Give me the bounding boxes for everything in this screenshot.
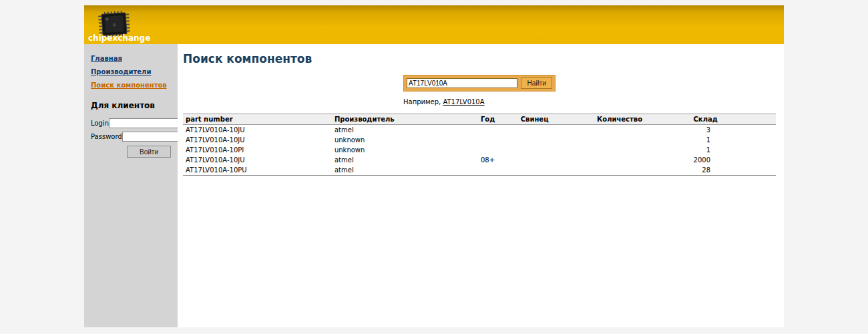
clients-heading: Для клиентов	[91, 101, 172, 110]
password-row: Password	[91, 132, 172, 142]
cell-manufacturer: atmel	[332, 155, 478, 165]
site-container: ⊕ chipexchange Главная Производители Пои…	[84, 5, 784, 327]
cell-manufacturer: atmel	[332, 125, 478, 136]
password-label: Password	[91, 133, 122, 140]
table-row: AT17LV010A-10JU unknown 1	[183, 135, 776, 145]
col-quantity: Количество	[594, 114, 690, 125]
table-row: AT17LV010A-10JU atmel 08+ 2000	[183, 155, 776, 165]
svg-text:⊕: ⊕	[112, 22, 116, 27]
cell-part-number: AT17LV010A-10JU	[183, 125, 332, 136]
login-label: Login	[91, 120, 109, 127]
cell-year	[478, 135, 518, 145]
col-manufacturer: Производитель	[332, 114, 478, 125]
sidebar-link-manufacturers[interactable]: Производители	[91, 68, 172, 75]
body-row: Главная Производители Поиск компонентов …	[84, 44, 784, 327]
cell-manufacturer: atmel	[332, 165, 478, 176]
table-row: AT17LV010A-10PI unknown 1	[183, 145, 776, 155]
cell-part-number: AT17LV010A-10PU	[183, 165, 332, 176]
cell-stock: 1	[691, 145, 776, 155]
table-row: AT17LV010A-10PU atmel 28	[183, 165, 776, 176]
sidebar-link-home[interactable]: Главная	[91, 55, 172, 62]
cell-stock: 3	[691, 125, 776, 136]
cell-lead	[518, 155, 594, 165]
col-year: Год	[478, 114, 518, 125]
sidebar: Главная Производители Поиск компонентов …	[84, 44, 178, 327]
example-prefix: Например,	[403, 98, 443, 106]
cell-lead	[518, 145, 594, 155]
example-part-link[interactable]: AT17LV010A	[443, 98, 484, 106]
cell-part-number: AT17LV010A-10JU	[183, 135, 332, 145]
cell-part-number: AT17LV010A-10JU	[183, 155, 332, 165]
cell-stock: 2000	[691, 155, 776, 165]
cell-manufacturer: unknown	[332, 135, 478, 145]
cell-quantity	[594, 165, 690, 176]
col-stock: Склад	[691, 114, 776, 125]
table-row: AT17LV010A-10JU atmel 3	[183, 125, 776, 136]
cell-year	[478, 165, 518, 176]
cell-lead	[518, 165, 594, 176]
cell-year	[478, 125, 518, 136]
cell-stock: 1	[691, 135, 776, 145]
cell-year: 08+	[478, 155, 518, 165]
results-table: part number Производитель Год Свинец Кол…	[183, 114, 776, 176]
search-bar: Найти	[403, 75, 556, 92]
cell-quantity	[594, 125, 690, 136]
search-button[interactable]: Найти	[521, 77, 552, 89]
cell-year	[478, 145, 518, 155]
page-background: ⊕ chipexchange Главная Производители Пои…	[0, 0, 868, 334]
page-title: Поиск компонентов	[183, 52, 776, 65]
cell-manufacturer: unknown	[332, 145, 478, 155]
col-part-number: part number	[183, 114, 332, 125]
search-area: Найти Например, AT17LV010A	[403, 75, 556, 106]
login-button[interactable]: Войти	[127, 146, 171, 158]
cell-quantity	[594, 145, 690, 155]
search-example: Например, AT17LV010A	[403, 98, 556, 106]
cell-quantity	[594, 155, 690, 165]
col-lead: Свинец	[518, 114, 594, 125]
sidebar-link-component-search[interactable]: Поиск компонентов	[91, 81, 172, 89]
cell-part-number: AT17LV010A-10PI	[183, 145, 332, 155]
main-content: Поиск компонентов Найти Например, AT17LV…	[178, 44, 784, 327]
login-row: Login	[91, 118, 172, 128]
table-header-row: part number Производитель Год Свинец Кол…	[183, 114, 776, 125]
brand-name: chipexchange	[88, 33, 150, 43]
cell-quantity	[594, 135, 690, 145]
cell-lead	[518, 125, 594, 136]
search-input[interactable]	[407, 78, 517, 88]
cell-lead	[518, 135, 594, 145]
cell-stock: 28	[691, 165, 776, 176]
site-header: ⊕ chipexchange	[84, 5, 784, 44]
